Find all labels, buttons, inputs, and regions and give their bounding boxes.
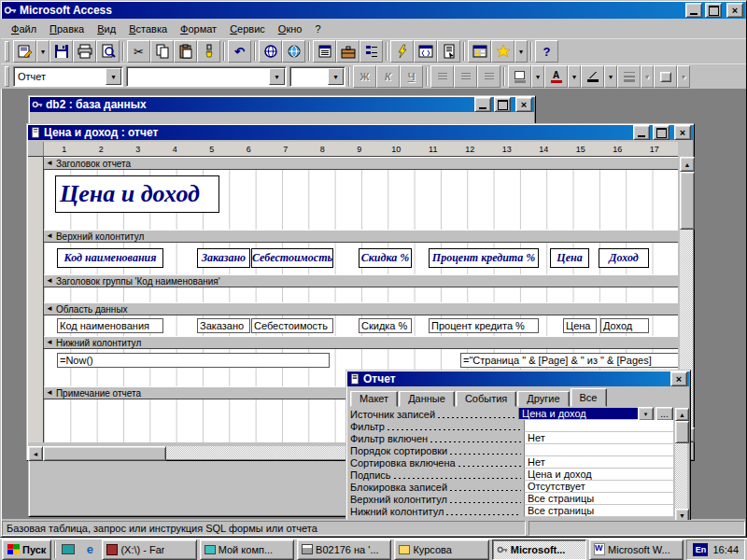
database-window-button[interactable]: [468, 40, 491, 63]
align-center-button[interactable]: [454, 65, 477, 88]
fill-color-button[interactable]: [508, 65, 531, 88]
scroll-up-icon[interactable]: ▲: [680, 157, 695, 172]
minimize-button[interactable]: [474, 97, 491, 112]
font-color-dropdown-button[interactable]: ▾: [568, 65, 581, 88]
print-preview-button[interactable]: [96, 40, 120, 63]
sorting-grouping-button[interactable]: [359, 40, 383, 63]
detail-field-box[interactable]: Себестоимость: [251, 318, 333, 333]
column-header-box[interactable]: Заказано: [197, 248, 250, 268]
property-value[interactable]: [524, 420, 673, 432]
property-row[interactable]: Сортировка включенаНет: [350, 456, 673, 469]
task-button-far[interactable]: (X:\) - Far: [102, 539, 196, 560]
menu-item-window[interactable]: Окно: [272, 21, 309, 37]
insert-hyperlink-button[interactable]: [259, 40, 282, 63]
quicklaunch-ie-button[interactable]: e: [80, 541, 99, 558]
property-value[interactable]: Цена и доход: [524, 469, 673, 481]
underline-button[interactable]: Ч: [400, 65, 423, 88]
property-row[interactable]: Верхний колонтитулВсе страницы: [350, 493, 673, 505]
builder-button[interactable]: ...: [655, 407, 673, 421]
property-value[interactable]: Нет: [524, 432, 673, 444]
property-value[interactable]: [524, 444, 673, 456]
property-row[interactable]: Фильтр включенНет: [350, 432, 673, 444]
menu-item-file[interactable]: Файл: [5, 21, 43, 37]
line-color-button[interactable]: [581, 65, 604, 88]
maximize-button[interactable]: [494, 97, 511, 112]
section-bar-detail[interactable]: ◄ Область данных: [44, 302, 678, 315]
undo-button[interactable]: ↶: [228, 40, 251, 63]
detail-field-box[interactable]: Скидка %: [359, 318, 412, 333]
column-header-box[interactable]: Скидка %: [359, 248, 412, 268]
menu-item-edit[interactable]: Правка: [43, 21, 91, 37]
special-effect-dropdown-button[interactable]: ▾: [677, 65, 690, 88]
property-row[interactable]: ПодписьЦена и доход: [350, 469, 673, 481]
format-painter-button[interactable]: [197, 40, 220, 63]
save-button[interactable]: [49, 40, 73, 63]
quicklaunch-desktop-button[interactable]: [59, 541, 78, 558]
line-color-dropdown-button[interactable]: ▾: [604, 65, 617, 88]
close-button[interactable]: ×: [726, 3, 743, 18]
maximize-button[interactable]: [705, 3, 722, 18]
property-row[interactable]: Фильтр: [350, 420, 673, 432]
task-button-kursova[interactable]: Курсова: [394, 539, 488, 560]
close-button[interactable]: ×: [674, 125, 691, 140]
column-header-box[interactable]: Код наименования: [57, 248, 163, 268]
properties-titlebar[interactable]: Отчет ×: [347, 371, 689, 386]
view-dropdown-button[interactable]: ▾: [36, 40, 49, 63]
print-button[interactable]: [73, 40, 96, 63]
property-value[interactable]: Нет: [524, 456, 673, 469]
detail-field-box[interactable]: Заказано: [197, 318, 250, 333]
record-source-value[interactable]: Цена и доход: [518, 408, 638, 420]
report-title-label[interactable]: Цена и доход: [55, 175, 219, 213]
task-button-access[interactable]: Microsoft...: [492, 539, 586, 560]
toolbar-grip[interactable]: [5, 66, 9, 87]
properties-scrollbar[interactable]: ▲ ▼: [675, 408, 687, 520]
report-window-titlebar[interactable]: Цена и доход : отчет ×: [28, 125, 693, 140]
column-header-box[interactable]: Доход: [599, 248, 649, 268]
detail-field-box[interactable]: Доход: [600, 318, 649, 333]
page-header-area[interactable]: Код наименования Заказано Себестоимость …: [44, 243, 678, 274]
now-expression-box[interactable]: =Now(): [57, 353, 330, 368]
scroll-up-icon[interactable]: ▲: [675, 408, 689, 421]
close-button[interactable]: ×: [670, 371, 687, 386]
task-button-word[interactable]: WMicrosoft W...: [589, 539, 684, 560]
column-header-box[interactable]: Цена: [550, 248, 589, 268]
property-value[interactable]: Все страницы: [524, 493, 673, 505]
menu-item-format[interactable]: Формат: [174, 21, 223, 37]
font-select[interactable]: ▾: [126, 66, 287, 87]
toolbox-button[interactable]: [336, 40, 359, 63]
detail-field-box[interactable]: Цена: [563, 318, 597, 333]
close-button[interactable]: ×: [515, 97, 532, 112]
font-color-button[interactable]: А: [544, 65, 568, 88]
tab-all[interactable]: Все: [571, 388, 607, 407]
properties-scrollbar-thumb[interactable]: [675, 421, 689, 443]
code-button[interactable]: [414, 40, 437, 63]
fill-color-dropdown-button[interactable]: ▾: [531, 65, 544, 88]
column-header-box[interactable]: Себестоимость: [251, 248, 333, 268]
help-button[interactable]: ?: [535, 40, 558, 63]
tab-data[interactable]: Данные: [399, 391, 455, 407]
toolbar-grip[interactable]: [5, 41, 9, 62]
cut-button[interactable]: ✂: [127, 40, 150, 63]
detail-field-box[interactable]: Код наименования: [57, 318, 163, 333]
minimize-button[interactable]: [633, 125, 650, 140]
record-source-dropdown-button[interactable]: ▾: [638, 407, 654, 421]
menu-item-help[interactable]: ?: [308, 21, 327, 37]
property-row[interactable]: Источник записей Цена и доход ▾ ...: [350, 408, 673, 420]
border-width-dropdown-button[interactable]: ▾: [641, 65, 654, 88]
font-size-select[interactable]: ▾: [289, 66, 345, 87]
report-header-area[interactable]: Цена и доход: [44, 170, 678, 230]
language-indicator[interactable]: En: [693, 543, 708, 556]
copy-button[interactable]: [150, 40, 174, 63]
app-titlebar[interactable]: Microsoft Access ×: [2, 2, 745, 19]
new-object-dropdown-button[interactable]: ▾: [514, 40, 528, 63]
properties-dialog[interactable]: Отчет × Макет Данные События Другие Все …: [345, 370, 691, 520]
page-number-expression-box[interactable]: ="Страница " & [Page] & " из " & [Pages]: [460, 353, 678, 368]
properties-button[interactable]: [437, 40, 460, 63]
chevron-down-icon[interactable]: ▾: [269, 68, 285, 85]
chevron-down-icon[interactable]: ▾: [106, 68, 121, 85]
chevron-down-icon[interactable]: ▾: [328, 68, 344, 85]
menu-item-view[interactable]: Вид: [91, 21, 122, 37]
property-value[interactable]: Отсутствует: [524, 481, 673, 493]
menu-item-tools[interactable]: Сервис: [223, 21, 272, 37]
tab-events[interactable]: События: [456, 391, 516, 407]
